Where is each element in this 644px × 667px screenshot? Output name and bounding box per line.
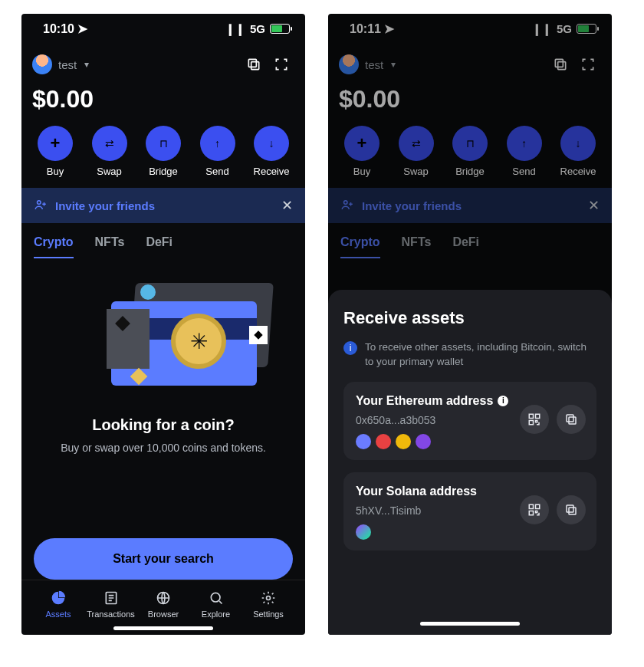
bridge-button[interactable]: ⊓ Bridge [447, 126, 493, 177]
asset-tabs: Crypto NFTs DeFi [328, 223, 612, 258]
home-indicator[interactable] [420, 622, 520, 626]
nav-assets-label: Assets [45, 610, 71, 619]
status-time: 10:11 ➤ [350, 21, 394, 36]
invite-text: Invite your friends [55, 199, 155, 212]
svg-point-2 [38, 200, 41, 204]
chevron-down-icon: ▾ [391, 59, 396, 70]
swap-button[interactable]: ⇄ Swap [393, 126, 439, 177]
close-icon[interactable]: ✕ [281, 197, 293, 214]
bsc-icon [396, 434, 411, 449]
eth-address-card[interactable]: Your Ethereum address i 0x650a...a3b053 [343, 382, 596, 460]
swap-label: Swap [403, 166, 429, 177]
swap-button[interactable]: ⇄ Swap [87, 126, 133, 177]
svg-rect-11 [536, 414, 540, 418]
svg-point-9 [344, 200, 348, 204]
nav-explore-label: Explore [202, 610, 230, 619]
arrow-up-icon: ↑ [215, 137, 220, 150]
phone-receive-sheet: 10:11 ➤ ❙❙ 5G test ▾ $0.00 + Buy [328, 14, 612, 635]
scan-icon[interactable] [273, 56, 290, 73]
signal-icon: ❙❙ [225, 22, 245, 36]
buy-button[interactable]: + Buy [339, 126, 385, 177]
receive-button[interactable]: ↓ Receive [555, 126, 601, 177]
nav-transactions-label: Transactions [87, 610, 135, 619]
nav-explore[interactable]: Explore [193, 590, 239, 619]
home-indicator[interactable] [113, 626, 213, 630]
buy-label: Buy [47, 166, 64, 177]
account-switcher[interactable]: test ▾ [32, 54, 89, 74]
empty-subtitle: Buy or swap over 10,000 coins and tokens… [61, 442, 266, 454]
sheet-title: Receive assets [343, 308, 596, 328]
tab-nfts[interactable]: NFTs [402, 235, 432, 258]
invite-icon [340, 198, 354, 214]
info-icon[interactable]: i [498, 396, 508, 406]
account-name: test [58, 58, 77, 71]
copy-icon[interactable] [557, 495, 586, 524]
receive-sheet: Receive assets i To receive other assets… [328, 290, 612, 635]
invite-text: Invite your friends [362, 199, 462, 212]
sheet-info: i To receive other assets, including Bit… [343, 340, 596, 370]
arrow-down-icon: ↓ [576, 137, 581, 150]
balance-amount: $0.00 [328, 80, 612, 124]
copy-icon[interactable] [552, 56, 569, 73]
network-label: 5G [557, 22, 572, 35]
nav-browser[interactable]: Browser [140, 590, 186, 619]
receive-button[interactable]: ↓ Receive [248, 126, 294, 177]
tab-nfts[interactable]: NFTs [95, 235, 125, 258]
nav-settings[interactable]: Settings [245, 590, 291, 619]
start-search-button[interactable]: Start your search [34, 538, 293, 580]
asset-tabs: Crypto NFTs DeFi [21, 223, 305, 258]
account-switcher[interactable]: test ▾ [339, 54, 396, 74]
copy-icon[interactable] [557, 405, 586, 434]
avatar [32, 54, 52, 74]
swap-icon: ⇄ [105, 137, 114, 150]
buy-button[interactable]: + Buy [32, 126, 78, 177]
receive-label: Receive [560, 166, 596, 177]
tab-crypto[interactable]: Crypto [34, 235, 74, 258]
svg-point-6 [267, 596, 271, 600]
invite-icon [34, 198, 48, 214]
avatar [339, 54, 359, 74]
action-row: + Buy ⇄ Swap ⊓ Bridge ↑ Send ↓ Receive [328, 124, 612, 188]
account-name: test [365, 58, 383, 71]
qr-icon[interactable] [520, 405, 549, 434]
scan-icon[interactable] [580, 56, 596, 73]
empty-state: ✳ Looking for a coin? Buy or swap over 1… [21, 258, 305, 517]
bridge-button[interactable]: ⊓ Bridge [140, 126, 186, 177]
tab-crypto[interactable]: Crypto [340, 235, 380, 258]
globe-icon [155, 590, 172, 606]
search-icon [208, 590, 225, 606]
signal-icon: ❙❙ [532, 22, 552, 36]
invite-banner[interactable]: Invite your friends ✕ [328, 188, 612, 223]
clock-text: 10:11 [350, 22, 381, 35]
plus-icon: + [357, 133, 367, 153]
sheet-info-text: To receive other assets, including Bitco… [365, 340, 589, 370]
battery-icon [270, 24, 290, 34]
qr-icon[interactable] [520, 495, 549, 524]
arrow-down-icon: ↓ [269, 137, 274, 150]
svg-rect-15 [529, 504, 533, 508]
sol-title: Your Solana address [356, 485, 477, 498]
send-button[interactable]: ↑ Send [195, 126, 241, 177]
arrow-up-icon: ↑ [521, 137, 527, 150]
copy-icon[interactable] [245, 56, 262, 73]
pie-icon [50, 590, 67, 606]
tab-defi[interactable]: DeFi [452, 235, 479, 258]
invite-banner[interactable]: Invite your friends ✕ [21, 188, 305, 223]
nav-assets[interactable]: Assets [35, 590, 81, 619]
location-icon: ➤ [77, 22, 87, 35]
send-button[interactable]: ↑ Send [501, 126, 547, 177]
chevron-down-icon: ▾ [84, 59, 89, 70]
balance-amount: $0.00 [21, 80, 305, 124]
sol-chains [356, 524, 584, 540]
phone-assets-screen: 10:10 ➤ ❙❙ 5G test ▾ $0.00 + Buy [21, 14, 305, 635]
bridge-icon: ⊓ [159, 137, 168, 150]
close-icon[interactable]: ✕ [588, 197, 600, 214]
bridge-label: Bridge [455, 166, 485, 177]
svg-rect-1 [248, 59, 256, 67]
tab-defi[interactable]: DeFi [146, 235, 172, 258]
nav-transactions[interactable]: Transactions [88, 590, 134, 619]
eth-title: Your Ethereum address [356, 394, 493, 408]
nav-browser-label: Browser [148, 610, 179, 619]
svg-rect-13 [569, 417, 576, 424]
sol-address-card[interactable]: Your Solana address 5hXV...Tisimb [343, 472, 596, 550]
